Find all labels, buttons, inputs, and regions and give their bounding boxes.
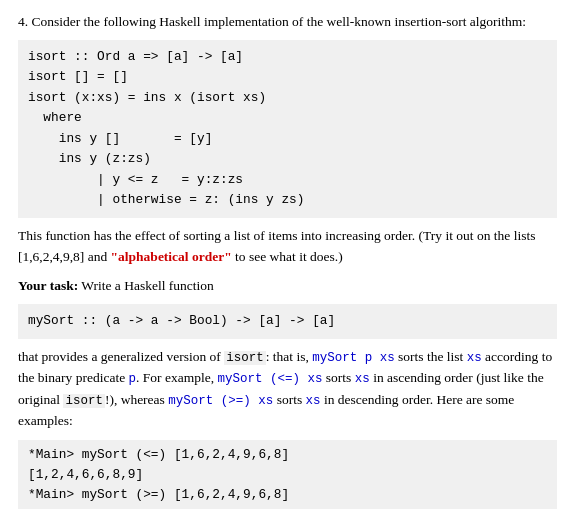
- para2-excl: !), whereas: [105, 392, 168, 407]
- examples-block: *Main> mySort (<=) [1,6,2,4,9,6,8] [1,2,…: [18, 440, 557, 509]
- number-text: 4.: [18, 14, 28, 29]
- para2-mysortgte: mySort (>=) xs: [168, 394, 273, 408]
- para2-mid4: . For example,: [136, 370, 217, 385]
- para2-isort2: isort: [63, 394, 105, 408]
- para1: This function has the effect of sorting …: [18, 226, 557, 268]
- para2-mid7: sorts: [273, 392, 305, 407]
- question-number: 4. Consider the following Haskell implem…: [18, 12, 557, 33]
- para1-quoted: "alphabetical order": [111, 249, 232, 264]
- para2-mysortpxs: mySort p xs: [312, 351, 395, 365]
- para2: that provides a generalized version of i…: [18, 347, 557, 432]
- task-label: Your task:: [18, 278, 78, 293]
- para2-start: that provides a generalized version of: [18, 349, 224, 364]
- task-para: Your task: Write a Haskell function: [18, 276, 557, 297]
- para2-mid5: sorts: [322, 370, 354, 385]
- para2-mid2: sorts the list: [395, 349, 467, 364]
- para2-isort: isort: [224, 351, 266, 365]
- mysort-signature-block: mySort :: (a -> a -> Bool) -> [a] -> [a]: [18, 304, 557, 338]
- para2-xs2: xs: [355, 372, 370, 386]
- question-intro: Consider the following Haskell implement…: [32, 14, 527, 29]
- isort-code-block: isort :: Ord a => [a] -> [a] isort [] = …: [18, 40, 557, 218]
- para2-mysortlte: mySort (<=) xs: [217, 372, 322, 386]
- para1-end: to see what it does.): [232, 249, 343, 264]
- question-container: 4. Consider the following Haskell implem…: [18, 12, 557, 509]
- para2-mid1: : that is,: [266, 349, 313, 364]
- para2-xs: xs: [467, 351, 482, 365]
- task-text: Write a Haskell function: [78, 278, 214, 293]
- para2-p: p: [129, 372, 137, 386]
- para2-xs3: xs: [306, 394, 321, 408]
